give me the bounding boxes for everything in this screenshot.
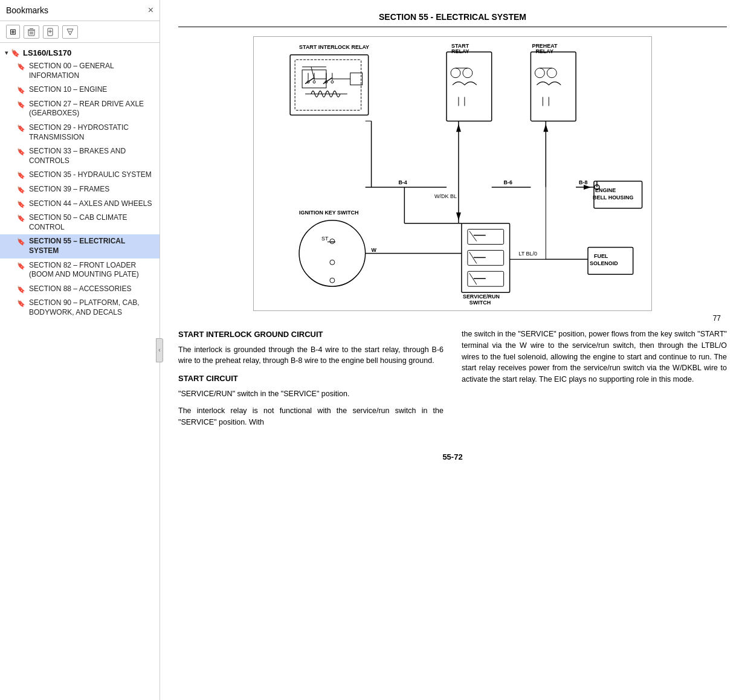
- sidebar-header: Bookmarks ×: [0, 0, 160, 21]
- bookmark-options-button[interactable]: [62, 25, 78, 39]
- heading-start-interlock: START INTERLOCK GROUND CIRCUIT: [178, 329, 443, 341]
- bookmark-item-s39[interactable]: 🔖 SECTION 39 – FRAMES: [0, 182, 160, 197]
- svg-text:SOLENOID: SOLENOID: [590, 260, 618, 266]
- bookmark-icon: 🔖: [17, 214, 25, 222]
- bookmark-icon: 🔖: [17, 124, 25, 132]
- svg-point-66: [330, 239, 335, 244]
- svg-point-27: [331, 81, 334, 83]
- bookmark-icon: 🔖: [17, 285, 25, 294]
- svg-point-64: [299, 220, 366, 287]
- circuit-svg: START INTERLOCK RELAY START RELAY: [254, 37, 651, 310]
- bookmark-item-s33[interactable]: 🔖 SECTION 33 – BRAKES AND CONTROLS: [0, 144, 160, 168]
- para-interlock-relay: The interlock relay is not functional wi…: [178, 405, 443, 428]
- svg-text:IGNITION KEY SWITCH: IGNITION KEY SWITCH: [299, 210, 358, 216]
- heading-start-circuit: START CIRCUIT: [178, 373, 443, 385]
- svg-text:BELL HOUSING: BELL HOUSING: [593, 194, 634, 201]
- text-columns: START INTERLOCK GROUND CIRCUIT The inter…: [178, 329, 727, 434]
- page-title: SECTION 55 - ELECTRICAL SYSTEM: [178, 12, 727, 27]
- bookmark-item-s10[interactable]: 🔖 SECTION 10 – ENGINE: [0, 83, 160, 97]
- sidebar: Bookmarks × ⊞: [0, 0, 160, 700]
- left-column: START INTERLOCK GROUND CIRCUIT The inter…: [178, 329, 443, 434]
- bookmarks-title: Bookmarks: [6, 5, 48, 15]
- svg-rect-13: [350, 73, 363, 85]
- svg-text:W/DK BL: W/DK BL: [434, 193, 457, 199]
- para-service-position: the switch in the "SERVICE" position, po…: [462, 329, 727, 385]
- para-interlock: The interlock is grounded through the B-…: [178, 344, 443, 367]
- svg-line-61: [469, 231, 477, 242]
- svg-text:RELAY: RELAY: [535, 48, 553, 54]
- chevron-down-icon: ▾: [5, 49, 8, 57]
- svg-marker-95: [456, 213, 461, 220]
- svg-rect-55: [468, 230, 504, 245]
- svg-point-70: [330, 260, 335, 265]
- svg-marker-85: [584, 185, 591, 190]
- bookmark-icon: 🔖: [17, 299, 25, 307]
- svg-text:W: W: [372, 247, 377, 253]
- bookmark-list: 🔖 SECTION 00 – GENERAL INFORMATION 🔖 SEC…: [0, 59, 160, 319]
- right-column: the switch in the "SERVICE" position, po…: [462, 329, 727, 434]
- svg-text:ENGINE: ENGINE: [595, 187, 616, 193]
- svg-text:SERVICE/RUN: SERVICE/RUN: [463, 294, 500, 300]
- svg-point-33: [451, 68, 460, 78]
- svg-rect-38: [531, 52, 576, 121]
- svg-rect-1: [30, 28, 33, 29]
- svg-marker-83: [456, 124, 461, 132]
- expand-all-button[interactable]: ⊞: [6, 25, 20, 39]
- bookmarks-tree: ▾ 🔖 LS160/LS170 🔖 SECTION 00 – GENERAL I…: [0, 43, 160, 700]
- svg-point-41: [535, 68, 544, 78]
- svg-text:SWITCH: SWITCH: [469, 300, 491, 306]
- tree-root[interactable]: ▾ 🔖 LS160/LS170: [0, 47, 160, 59]
- circuit-diagram: START INTERLOCK RELAY START RELAY: [253, 36, 652, 311]
- bookmark-icon: 🔖: [17, 262, 25, 270]
- bookmark-icon: 🔖: [17, 86, 25, 94]
- bookmark-icon: 🔖: [17, 171, 25, 179]
- svg-text:B-4: B-4: [398, 179, 407, 185]
- bookmark-item-s44[interactable]: 🔖 SECTION 44 – AXLES AND WHEELS: [0, 197, 160, 211]
- svg-marker-84: [543, 124, 548, 132]
- sidebar-collapse-handle[interactable]: ‹: [156, 338, 163, 362]
- bookmark-item-s55[interactable]: 🔖 SECTION 55 – ELECTRICAL SYSTEM: [0, 234, 160, 258]
- svg-line-15: [311, 67, 314, 79]
- svg-text:FUEL: FUEL: [594, 253, 608, 259]
- close-button[interactable]: ×: [148, 5, 153, 16]
- svg-point-34: [463, 68, 472, 78]
- bookmark-item-s35[interactable]: 🔖 SECTION 35 - HYDRAULIC SYSTEM: [0, 168, 160, 182]
- bookmark-item-s00[interactable]: 🔖 SECTION 00 – GENERAL INFORMATION: [0, 59, 160, 83]
- sidebar-toolbar: ⊞: [0, 21, 160, 43]
- svg-text:START INTERLOCK RELAY: START INTERLOCK RELAY: [299, 44, 369, 50]
- bookmark-icon: 🔖: [17, 147, 25, 156]
- bookmark-item-s27[interactable]: 🔖 SECTION 27 – REAR DRIVE AXLE (GEARBOXE…: [0, 97, 160, 121]
- main-content: SECTION 55 - ELECTRICAL SYSTEM START INT…: [160, 0, 745, 700]
- bookmark-item-s88[interactable]: 🔖 SECTION 88 – ACCESSORIES: [0, 282, 160, 297]
- svg-line-21: [305, 78, 314, 84]
- svg-text:RELAY: RELAY: [451, 48, 469, 54]
- delete-bookmark-button[interactable]: [24, 25, 39, 39]
- svg-text:ST: ST: [321, 236, 329, 242]
- bookmark-icon: 🔖: [17, 185, 25, 194]
- bookmark-root-icon: 🔖: [11, 49, 20, 57]
- new-bookmark-button[interactable]: [43, 25, 59, 39]
- bookmark-icon: 🔖: [17, 62, 25, 71]
- svg-point-22: [313, 81, 315, 83]
- bookmark-icon: 🔖: [17, 100, 25, 109]
- svg-point-71: [330, 278, 335, 283]
- page-footer: 55-72: [178, 452, 727, 461]
- bookmark-item-s90[interactable]: 🔖 SECTION 90 – PLATFORM, CAB, BODYWORK, …: [0, 296, 160, 319]
- bookmark-item-s50[interactable]: 🔖 SECTION 50 – CAB CLIMATE CONTROL: [0, 211, 160, 234]
- bookmark-icon: 🔖: [17, 200, 25, 208]
- svg-text:B-8: B-8: [579, 179, 587, 185]
- svg-text:LT BL/0: LT BL/0: [519, 251, 538, 257]
- bookmark-icon: 🔖: [17, 237, 25, 246]
- svg-text:B-6: B-6: [504, 179, 512, 185]
- page-number-right: 77: [178, 314, 727, 323]
- para-service-run: "SERVICE/RUN" switch in the "SERVICE" po…: [178, 388, 443, 400]
- bookmark-item-s82[interactable]: 🔖 SECTION 82 – FRONT LOADER (BOOM AND MO…: [0, 258, 160, 282]
- bookmark-item-s29[interactable]: 🔖 SECTION 29 - HYDROSTATIC TRANSMISSION: [0, 121, 160, 144]
- svg-point-42: [547, 68, 556, 78]
- svg-rect-30: [447, 52, 492, 121]
